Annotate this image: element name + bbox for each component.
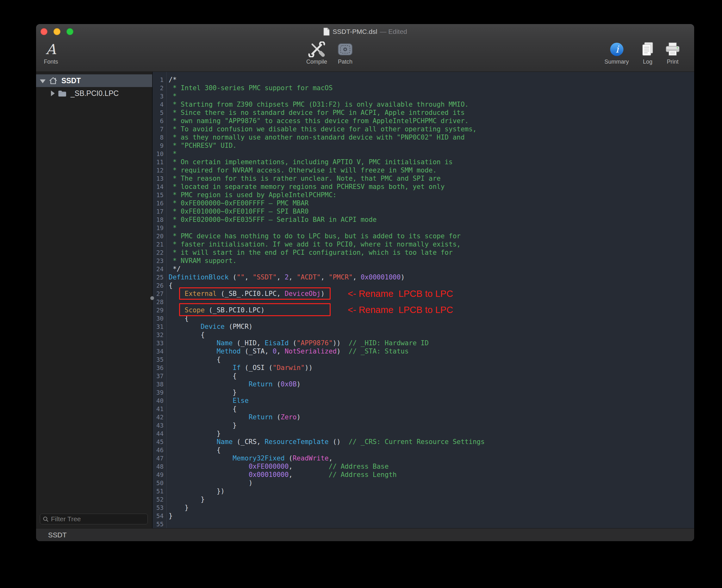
toolbar-label-summary: Summary [604, 59, 629, 65]
code-line-46: 46 { [152, 446, 694, 454]
code-text: External (_SB_.PCI0.LPC, DeviceObj) [166, 290, 325, 298]
code-text: } [166, 495, 205, 504]
code-line-52: 52 } [152, 495, 694, 504]
code-line-22: 22 * it will start in the end of PCI con… [152, 248, 694, 257]
code-line-36: 36 If (_OSI ("Darwin")) [152, 364, 694, 372]
code-line-51: 51 }) [152, 487, 694, 495]
code-text: * The reason for this is rather unclear.… [166, 174, 441, 183]
code-text: /* [166, 76, 176, 84]
line-number: 52 [152, 495, 166, 504]
code-text: * Since there is no standard device for … [166, 108, 465, 117]
code-line-21: 21 * faster initialisation. If we add it… [152, 240, 694, 248]
line-number: 13 [152, 174, 166, 183]
code-text: * 0xFE000000~0xFE00FFFF — PMC MBAR [166, 199, 309, 207]
close-button[interactable] [41, 28, 47, 35]
line-number: 23 [152, 257, 166, 265]
code-line-31: 31 Device (PMCR) [152, 322, 694, 331]
code-text: * Intel 300-series PMC support for macOS [166, 84, 333, 92]
code-text: { [166, 281, 173, 290]
line-number: 22 [152, 248, 166, 257]
code-line-47: 47 Memory32Fixed (ReadWrite, [152, 454, 694, 462]
code-line-45: 45 Name (_CRS, ResourceTemplate () // _C… [152, 438, 694, 446]
line-number: 20 [152, 232, 166, 240]
line-number: 34 [152, 347, 166, 355]
gutter-divider [166, 72, 167, 528]
code-text: * required for NVRAM access. Otherwise i… [166, 166, 437, 174]
sidebar-item-ssdt[interactable]: SSDT [36, 75, 152, 87]
code-text: { [166, 314, 189, 322]
code-line-41: 41 { [152, 405, 694, 413]
line-number: 53 [152, 504, 166, 512]
code-line-1: 1/* [152, 76, 694, 84]
line-number: 8 [152, 133, 166, 142]
line-number: 29 [152, 306, 166, 314]
code-line-25: 25DefinitionBlock ("", "SSDT", 2, "ACDT"… [152, 273, 694, 281]
code-line-37: 37 { [152, 372, 694, 380]
toolbar-label-print: Print [667, 59, 678, 65]
line-number: 18 [152, 215, 166, 224]
toolbar-button-summary[interactable]: i Summary [604, 41, 629, 65]
code-line-42: 42 Return (Zero) [152, 413, 694, 421]
window-title: SSDT-PMC.dsl — Edited [323, 27, 407, 36]
code-text: * PMC region is used by AppleIntelPCHPMC… [166, 191, 337, 199]
filter-tree-field [40, 513, 148, 524]
splitter-handle[interactable] [150, 296, 154, 300]
line-number: 11 [152, 158, 166, 166]
code-text: Else [166, 397, 249, 405]
window-header: SSDT-PMC.dsl — Edited A Fonts [36, 24, 694, 72]
minimize-button[interactable] [54, 28, 60, 35]
toolbar-button-log[interactable]: Log [641, 41, 655, 65]
toolbar-label-compile: Compile [306, 59, 327, 65]
code-text: } [166, 512, 173, 520]
folder-icon [58, 90, 68, 97]
search-icon [43, 516, 49, 522]
summary-info-icon: i [609, 41, 624, 58]
log-icon [641, 41, 655, 58]
code-line-4: 4 * Starting from Z390 chipsets PMC (D31… [152, 100, 694, 108]
disclosure-expanded-icon[interactable] [40, 80, 46, 83]
toolbar-button-compile[interactable]: Compile [306, 41, 327, 65]
code-text: Scope (_SB.PCI0.LPC) [166, 306, 264, 314]
code-line-39: 39 } [152, 388, 694, 397]
toolbar-button-print[interactable]: Print [665, 41, 681, 65]
zoom-button[interactable] [66, 28, 73, 35]
code-line-3: 3 * [152, 92, 694, 100]
code-text: DefinitionBlock ("", "SSDT", 2, "ACDT", … [166, 273, 405, 281]
filter-tree-input[interactable] [40, 513, 148, 524]
sidebar-item--sb-pci0-lpc[interactable]: _SB.PCI0.LPC [36, 87, 152, 100]
disclosure-collapsed-icon[interactable] [51, 90, 55, 96]
code-text: * "PCHRESV" UID. [166, 142, 237, 150]
code-line-32: 32 { [152, 331, 694, 339]
code-text [166, 520, 169, 528]
line-number: 50 [152, 479, 166, 487]
toolbar: A Fonts Compile [36, 39, 694, 71]
code-line-10: 10 * [152, 150, 694, 158]
code-text: { [166, 331, 205, 339]
code-line-5: 5 * Since there is no standard device fo… [152, 108, 694, 117]
code-text: * PMC device has nothing to do to LPC bu… [166, 232, 461, 240]
toolbar-label-patch: Patch [338, 59, 353, 65]
desktop-background: { "window": { "title": "SSDT-PMC.dsl", "… [0, 0, 722, 588]
code-line-28: 28 [152, 298, 694, 306]
app-window: SSDT-PMC.dsl — Edited A Fonts [36, 24, 694, 541]
code-text: 0xFE000000, // Address Base [166, 462, 388, 470]
toolbar-button-fonts[interactable]: A Fonts [44, 41, 58, 65]
code-editor[interactable]: 1/*2 * Intel 300-series PMC support for … [152, 72, 694, 528]
code-text: * faster initialisation. If we add it to… [166, 240, 461, 248]
line-number: 41 [152, 405, 166, 413]
code-text: Name (_HID, EisaId ("APP9876")) // _HID:… [166, 339, 429, 347]
code-line-48: 48 0xFE000000, // Address Base [152, 462, 694, 470]
line-number: 14 [152, 183, 166, 191]
code-line-29: 29 Scope (_SB.PCI0.LPC) [152, 306, 694, 314]
line-number: 7 [152, 125, 166, 133]
line-number: 15 [152, 191, 166, 199]
line-number: 55 [152, 520, 166, 528]
toolbar-label-log: Log [643, 59, 652, 65]
code-text: * 0xFE020000~0xFE035FFF — SerialIo BAR i… [166, 215, 377, 224]
line-number: 30 [152, 314, 166, 322]
code-text: * as they normally use another non-stand… [166, 133, 465, 142]
code-line-8: 8 * as they normally use another non-sta… [152, 133, 694, 142]
titlebar: SSDT-PMC.dsl — Edited [36, 24, 694, 39]
toolbar-button-patch[interactable]: Patch [338, 41, 353, 65]
document-icon [323, 27, 330, 36]
